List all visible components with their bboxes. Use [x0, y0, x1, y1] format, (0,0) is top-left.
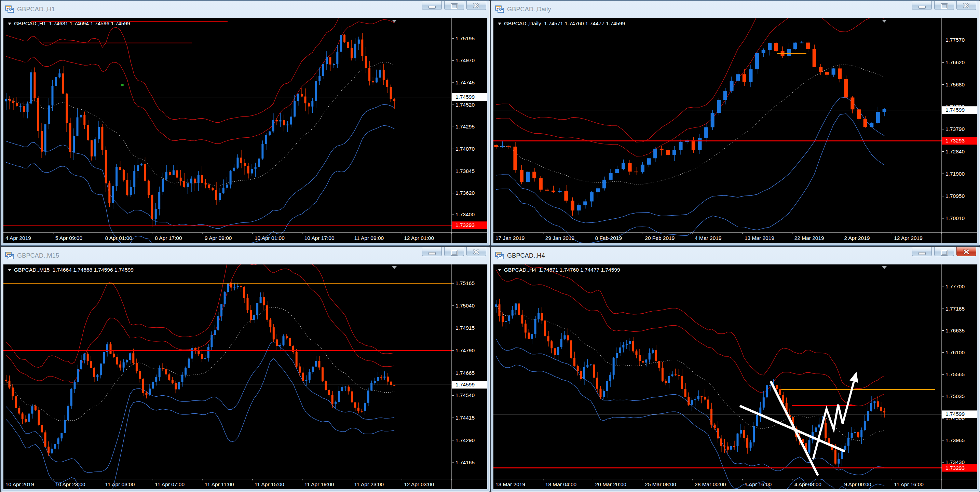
svg-text:1.74290: 1.74290 — [455, 437, 475, 443]
svg-text:1.74915: 1.74915 — [455, 325, 475, 331]
svg-text:1.76635: 1.76635 — [945, 328, 965, 333]
svg-text:10 Apr 17:00: 10 Apr 17:00 — [304, 235, 334, 241]
svg-text:1.73845: 1.73845 — [455, 168, 475, 174]
chart-window-icon — [5, 5, 14, 13]
h1-price-chart[interactable]: 1.751951.749701.747451.745201.742951.740… — [3, 18, 487, 243]
svg-text:9 Apr 00:00: 9 Apr 00:00 — [844, 481, 871, 487]
svg-text:11 Apr 09:00: 11 Apr 09:00 — [354, 235, 384, 241]
svg-text:1.73400: 1.73400 — [455, 212, 475, 217]
close-icon — [467, 3, 486, 9]
titlebar[interactable]: GBPCAD.,H1 — [1, 1, 490, 18]
close-button[interactable] — [956, 247, 976, 256]
svg-text:1.77570: 1.77570 — [945, 37, 965, 43]
svg-text:1.76620: 1.76620 — [945, 59, 965, 65]
close-icon — [957, 3, 976, 9]
minimize-button[interactable] — [422, 1, 442, 10]
svg-text:22 Mar 2019: 22 Mar 2019 — [794, 235, 824, 241]
svg-text:10 Apr 23:00: 10 Apr 23:00 — [56, 481, 86, 487]
close-button[interactable] — [466, 247, 486, 256]
h4-price-chart[interactable]: 1.777001.771651.766351.761001.755651.750… — [493, 264, 977, 489]
svg-text:28 Mar 00:00: 28 Mar 00:00 — [695, 481, 726, 487]
restore-button[interactable] — [934, 247, 954, 256]
chart-window-gbpcad-h4: GBPCAD.,H4 1.777001.771651.766351.761001… — [491, 247, 980, 492]
svg-text:11 Apr 19:00: 11 Apr 19:00 — [304, 481, 334, 487]
svg-text:1.73293: 1.73293 — [945, 465, 965, 471]
restore-icon — [451, 250, 458, 255]
svg-text:4 Apr 2019: 4 Apr 2019 — [5, 235, 31, 241]
svg-text:17 Jan 2019: 17 Jan 2019 — [495, 235, 525, 241]
close-button[interactable] — [466, 1, 486, 10]
svg-text:1.76100: 1.76100 — [945, 350, 965, 355]
window-title: GBPCAD.,H4 — [507, 252, 545, 260]
chart-window-icon — [495, 5, 504, 13]
titlebar[interactable]: GBPCAD.,Daily — [491, 1, 980, 18]
svg-text:1.74745: 1.74745 — [455, 80, 475, 85]
svg-text:1.73965: 1.73965 — [945, 437, 965, 443]
svg-text:1.75565: 1.75565 — [945, 371, 965, 377]
svg-text:8 Feb 2019: 8 Feb 2019 — [595, 235, 622, 241]
daily-price-chart[interactable]: 1.775701.766201.756801.747301.737901.728… — [493, 18, 977, 243]
m15-price-chart[interactable]: 1.751651.750401.749151.747901.746651.745… — [3, 264, 487, 489]
svg-text:1.73293: 1.73293 — [455, 222, 475, 228]
svg-text:1.77700: 1.77700 — [945, 283, 965, 290]
svg-text:1.74790: 1.74790 — [455, 347, 475, 353]
svg-text:1.71900: 1.71900 — [945, 171, 965, 177]
mt4-workspace: { "app": {"symbol": "GBPCAD."}, "colors"… — [0, 0, 980, 492]
svg-text:1.73790: 1.73790 — [945, 126, 965, 132]
restore-icon — [941, 4, 948, 9]
svg-text:1 Apr 16:00: 1 Apr 16:00 — [745, 481, 772, 487]
svg-text:1.74599: 1.74599 — [945, 411, 965, 417]
close-button[interactable] — [956, 1, 976, 10]
svg-text:11 Apr 16:00: 11 Apr 16:00 — [894, 481, 924, 487]
restore-icon — [941, 250, 948, 255]
restore-button[interactable] — [444, 1, 464, 10]
titlebar[interactable]: GBPCAD.,M15 — [1, 247, 490, 264]
minimize-icon — [919, 253, 925, 255]
svg-text:1.74540: 1.74540 — [455, 392, 475, 398]
svg-text:1.77165: 1.77165 — [945, 306, 965, 312]
svg-text:10 Apr 01:00: 10 Apr 01:00 — [255, 235, 285, 241]
minimize-button[interactable] — [422, 247, 442, 256]
svg-text:8 Apr 17:00: 8 Apr 17:00 — [155, 235, 182, 241]
svg-text:11 Apr 23:00: 11 Apr 23:00 — [354, 481, 384, 487]
minimize-button[interactable] — [912, 247, 932, 256]
svg-text:1.75680: 1.75680 — [945, 82, 965, 88]
svg-text:1.72840: 1.72840 — [945, 149, 965, 154]
svg-text:1.70950: 1.70950 — [945, 193, 965, 199]
chart-window-icon — [495, 252, 504, 260]
svg-text:1.75040: 1.75040 — [455, 303, 475, 309]
restore-button[interactable] — [934, 1, 954, 10]
minimize-icon — [429, 253, 435, 255]
minimize-button[interactable] — [912, 1, 932, 10]
close-icon — [467, 249, 486, 256]
svg-text:11 Apr 11:00: 11 Apr 11:00 — [205, 481, 234, 487]
svg-text:1.74165: 1.74165 — [455, 460, 475, 465]
restore-button[interactable] — [444, 247, 464, 256]
svg-text:13 Mar 2019: 13 Mar 2019 — [745, 235, 774, 241]
restore-icon — [451, 4, 458, 9]
titlebar[interactable]: GBPCAD.,H4 — [491, 247, 980, 264]
svg-text:11 Apr 07:00: 11 Apr 07:00 — [155, 481, 185, 487]
svg-text:1.75035: 1.75035 — [945, 393, 965, 399]
svg-text:13 Mar 2019: 13 Mar 2019 — [495, 481, 525, 487]
chart-window-icon — [5, 252, 14, 260]
svg-text:1.73293: 1.73293 — [945, 138, 965, 143]
svg-text:18 Mar 04:00: 18 Mar 04:00 — [546, 481, 577, 487]
svg-text:12 Apr 03:00: 12 Apr 03:00 — [404, 481, 434, 487]
svg-text:1.74070: 1.74070 — [455, 146, 475, 152]
svg-text:1.74599: 1.74599 — [455, 382, 475, 387]
minimize-icon — [429, 6, 435, 8]
svg-text:10 Apr 2019: 10 Apr 2019 — [5, 481, 34, 487]
svg-text:1.75165: 1.75165 — [455, 280, 475, 286]
chart-window-gbpcad-m15: GBPCAD.,M15 1.751651.750401.749151.74790… — [1, 247, 490, 492]
minimize-icon — [919, 6, 925, 8]
svg-text:1.70010: 1.70010 — [945, 215, 965, 221]
svg-text:1.74520: 1.74520 — [455, 102, 475, 108]
svg-text:5 Apr 09:00: 5 Apr 09:00 — [56, 235, 83, 241]
svg-text:1.73430: 1.73430 — [945, 459, 965, 465]
svg-text:1.74665: 1.74665 — [455, 370, 475, 376]
svg-text:11 Apr 15:00: 11 Apr 15:00 — [255, 481, 284, 487]
chart-window-gbpcad-h1: GBPCAD.,H1 1.751951.749701.747451.745201… — [1, 0, 490, 246]
window-title: GBPCAD.,Daily — [507, 6, 551, 13]
close-icon — [957, 249, 976, 256]
